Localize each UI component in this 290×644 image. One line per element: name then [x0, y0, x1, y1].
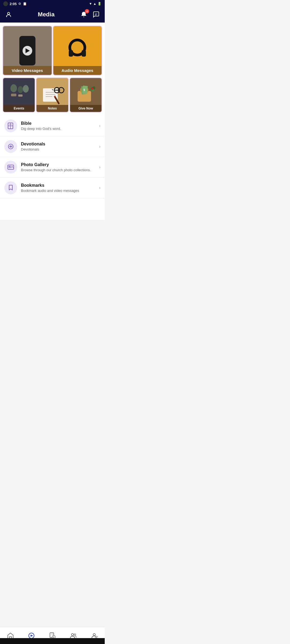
top-cards-grid: Video Messages Audio Messages — [0, 23, 105, 76]
svg-point-41 — [9, 166, 10, 167]
play-button-icon — [23, 46, 32, 56]
status-time: 2:05 — [10, 2, 17, 6]
svg-rect-43 — [9, 164, 12, 164]
bible-chevron: › — [99, 123, 100, 128]
bookmarks-list-item[interactable]: Bookmarks Bookmark audio and video messa… — [0, 178, 105, 198]
video-messages-card[interactable]: Video Messages — [3, 26, 52, 75]
bookmarks-subtitle: Bookmark audio and video messages — [21, 189, 99, 193]
give-now-card[interactable]: $ Give Now — [70, 78, 102, 112]
svg-rect-42 — [9, 164, 13, 165]
bible-text: Bible Dig deep into God's word. — [21, 121, 99, 131]
svg-rect-10 — [18, 94, 23, 97]
photo-gallery-title: Photo Gallery — [21, 162, 99, 167]
notes-image — [40, 84, 64, 106]
svg-point-1 — [6, 16, 7, 17]
message-button[interactable] — [92, 10, 100, 19]
svg-rect-9 — [11, 94, 16, 96]
list-section: Bible Dig deep into God's word. › Devoti… — [0, 116, 105, 220]
page-title: Media — [38, 11, 55, 18]
photo-gallery-icon — [7, 164, 14, 171]
photo-gallery-subtitle: Browse through our church photo collecti… — [21, 168, 99, 172]
headphones-svg — [64, 37, 91, 64]
photo-gallery-list-item[interactable]: Photo Gallery Browse through our church … — [0, 157, 105, 178]
battery-icon: 🔋 — [97, 2, 102, 6]
bookmarks-icon-wrap — [4, 181, 17, 194]
settings-icon: ⚙ — [18, 2, 21, 6]
audio-messages-card[interactable]: Audio Messages — [53, 26, 102, 75]
bible-icon-wrap — [4, 119, 17, 132]
photo-gallery-chevron: › — [99, 165, 100, 170]
bookmarks-title: Bookmarks — [21, 183, 99, 188]
status-circle — [3, 1, 8, 6]
notification-badge: 4 — [85, 9, 89, 13]
photo-gallery-icon-wrap — [4, 161, 17, 174]
svg-rect-3 — [69, 50, 73, 57]
notes-card[interactable]: Notes — [36, 78, 68, 112]
svg-point-0 — [8, 12, 10, 14]
signal-icon: ▲ — [93, 2, 96, 6]
events-label: Events — [3, 105, 35, 112]
status-bar: 2:05 ⚙ 📋 ▼ ▲ 🔋 — [0, 0, 105, 8]
events-image — [7, 80, 31, 102]
svg-point-38 — [10, 146, 11, 147]
profile-button[interactable] — [4, 10, 13, 19]
wifi-icon: ▼ — [89, 2, 92, 6]
svg-point-32 — [91, 87, 93, 90]
events-card[interactable]: Events — [3, 78, 35, 112]
devotionals-subtitle: Devotionals — [21, 147, 99, 151]
svg-point-8 — [23, 85, 29, 93]
video-messages-label: Video Messages — [3, 66, 52, 75]
svg-rect-4 — [82, 50, 86, 57]
notes-label: Notes — [37, 105, 68, 112]
svg-point-7 — [18, 86, 23, 93]
devotionals-icon-wrap — [4, 140, 17, 153]
main-content: Video Messages Audio Messages — [0, 23, 105, 220]
bookmarks-icon — [7, 184, 14, 191]
give-now-image: $ — [74, 84, 98, 106]
photo-gallery-text: Photo Gallery Browse through our church … — [21, 162, 99, 172]
devotionals-chevron: › — [99, 144, 100, 149]
bible-title: Bible — [21, 121, 99, 126]
give-now-label: Give Now — [70, 105, 102, 112]
bottom-cards-grid: Events — [0, 76, 105, 116]
devotionals-title: Devotionals — [21, 142, 99, 147]
bookmarks-chevron: › — [99, 185, 100, 190]
devotionals-icon — [7, 143, 14, 150]
bookmarks-text: Bookmarks Bookmark audio and video messa… — [21, 183, 99, 193]
bible-list-item[interactable]: Bible Dig deep into God's word. › — [0, 116, 105, 136]
svg-rect-27 — [82, 86, 88, 94]
bible-icon — [7, 122, 14, 129]
sim-icon: 📋 — [23, 2, 27, 6]
notification-button[interactable]: 4 — [79, 10, 88, 19]
phone-mockup — [19, 36, 35, 65]
devotionals-text: Devotionals Devotionals — [21, 142, 99, 151]
svg-text:$: $ — [84, 89, 85, 92]
audio-messages-label: Audio Messages — [53, 66, 102, 75]
svg-point-6 — [10, 84, 17, 92]
devotionals-list-item[interactable]: Devotionals Devotionals › — [0, 136, 105, 157]
app-header: Media 4 — [0, 8, 105, 23]
bible-subtitle: Dig deep into God's word. — [21, 127, 99, 131]
